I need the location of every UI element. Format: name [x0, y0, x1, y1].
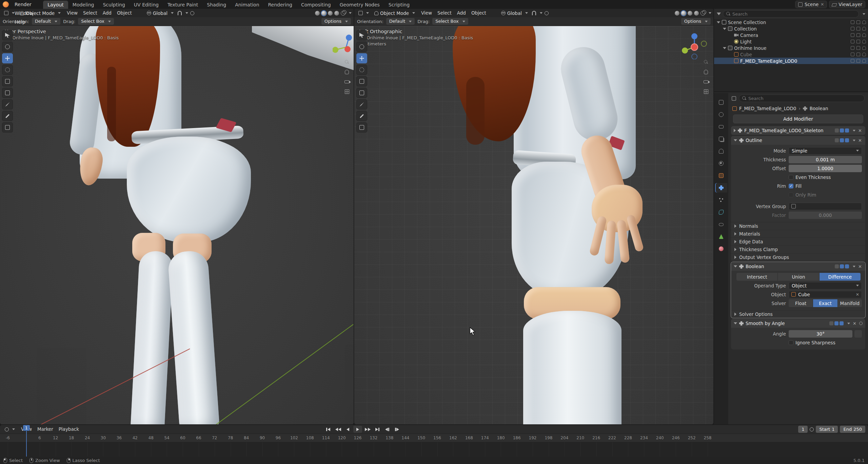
snap-dropdown-icon[interactable] [185, 12, 188, 14]
navigation-gizmo[interactable] [680, 32, 707, 59]
solid-shading-icon[interactable] [321, 11, 326, 16]
transform-orientation-select[interactable]: Global [499, 9, 530, 17]
chevron-down-icon[interactable] [349, 12, 352, 14]
measure-tool[interactable] [356, 111, 367, 121]
snap-magnet-icon[interactable] [532, 11, 536, 15]
outliner-search[interactable] [723, 10, 859, 18]
section-thickness-clamp[interactable]: Thickness Clamp [731, 245, 865, 253]
operand-type-dropdown[interactable]: Object [789, 282, 862, 289]
rendered-shading-icon[interactable] [694, 11, 699, 16]
render-visibility-toggle-icon[interactable] [862, 40, 866, 43]
breadcrumb-object[interactable]: F_MED_TameEagle_LOD0 [739, 106, 796, 111]
selectable-toggle-icon[interactable] [851, 27, 854, 31]
pin-icon[interactable] [859, 322, 863, 325]
zoom-icon[interactable] [343, 59, 350, 65]
viewport-left-menu-add[interactable]: Add [100, 9, 114, 17]
properties-tab-material[interactable] [715, 244, 727, 254]
measure-tool[interactable] [2, 111, 13, 121]
properties-tab-view-layer[interactable] [715, 134, 727, 144]
scale-tool[interactable] [2, 76, 13, 86]
operation-union-button[interactable]: Union [778, 273, 819, 281]
add-cube-tool[interactable] [356, 122, 367, 133]
selectable-toggle-icon[interactable] [851, 40, 854, 43]
disclosure-triangle[interactable] [723, 47, 726, 49]
add-modifier-button[interactable]: Add Modifier [733, 115, 863, 123]
outliner-options-icon[interactable] [863, 13, 865, 15]
rotate-tool[interactable] [356, 65, 367, 75]
modifier-name[interactable]: Outline [746, 138, 833, 143]
selectable-toggle-icon[interactable] [851, 33, 854, 37]
viewport-right-canvas[interactable]: Left Orthographic (1) Orihime Inoue | F_… [354, 26, 713, 424]
viewport-visibility-toggle-icon[interactable] [856, 53, 860, 56]
tweak-select-tool[interactable] [2, 30, 13, 40]
viewport-left-menu-object[interactable]: Object [114, 9, 135, 17]
transform-tool[interactable] [2, 88, 13, 98]
edit-mode-toggle[interactable] [835, 138, 839, 142]
workspace-tab-sculpting[interactable]: Sculpting [98, 1, 129, 9]
viewport-right-menu-select[interactable]: Select [435, 9, 454, 17]
properties-search-input[interactable] [748, 96, 861, 101]
timeline-ruler[interactable]: -661218243036424854606672788490961021081… [0, 434, 868, 442]
blender-logo-icon[interactable] [3, 1, 9, 7]
properties-tab-physics[interactable] [715, 207, 727, 217]
solver-exact-button[interactable]: Exact [813, 299, 837, 307]
camera-view-icon[interactable] [343, 78, 350, 85]
cursor-tool[interactable] [2, 42, 13, 52]
viewport-visibility-toggle-icon[interactable] [856, 46, 860, 50]
timeline-menu-marker[interactable]: Marker [35, 426, 56, 433]
operation-intersect-button[interactable]: Intersect [736, 273, 778, 281]
proportional-editing-icon[interactable] [545, 11, 549, 15]
next-keyframe-button[interactable] [363, 426, 372, 433]
scene-selector[interactable]: Scene ✕ [795, 1, 827, 8]
overlays-icon[interactable] [341, 11, 346, 16]
navigation-gizmo-partial[interactable] [333, 34, 354, 61]
filter-icon[interactable] [717, 13, 721, 15]
render-visibility-toggle-icon[interactable] [862, 20, 866, 24]
zoom-icon[interactable] [703, 59, 709, 65]
workspace-tab-texture-paint[interactable]: Texture Paint [163, 1, 202, 9]
properties-tab-scene[interactable] [715, 146, 727, 156]
overlays-icon[interactable] [701, 11, 705, 16]
delete-modifier-icon[interactable]: ✕ [852, 321, 857, 326]
workspace-tab-rendering[interactable]: Rendering [264, 1, 297, 9]
selectable-toggle-icon[interactable] [851, 59, 854, 63]
transform-orientation-select[interactable]: Global [145, 9, 176, 17]
extras-menu-icon[interactable] [847, 323, 850, 324]
outliner-item-collection[interactable]: Collection [714, 25, 868, 32]
outliner-item-cube[interactable]: Cube [714, 51, 868, 58]
disclosure-triangle[interactable] [717, 21, 720, 23]
workspace-tab-modeling[interactable]: Modeling [68, 1, 99, 9]
start-frame-field[interactable]: Start1 [816, 426, 838, 433]
solver-manifold-button[interactable]: Manifold [838, 299, 862, 307]
realtime-toggle[interactable] [834, 321, 839, 325]
cursor-tool[interactable] [356, 42, 367, 52]
wireframe-shading-icon[interactable] [675, 11, 679, 16]
viewport-visibility-toggle-icon[interactable] [856, 33, 860, 37]
material-shading-icon[interactable] [328, 11, 333, 16]
fill-checkbox[interactable]: ✓ [789, 184, 793, 188]
delete-modifier-icon[interactable]: ✕ [857, 138, 863, 143]
viewport-right-menu-view[interactable]: View [418, 9, 435, 17]
modifier-name[interactable]: Boolean [746, 264, 833, 269]
menu-help[interactable]: Help [11, 18, 37, 26]
snap-dropdown-icon[interactable] [540, 12, 542, 14]
step-back-button[interactable] [383, 426, 392, 433]
rendered-shading-icon[interactable] [334, 11, 339, 16]
ignore-sharpness-checkbox[interactable] [789, 340, 793, 345]
section-edge-data[interactable]: Edge Data [731, 238, 865, 245]
viewlayer-selector[interactable]: ViewLayer [829, 1, 865, 8]
selectable-toggle-icon[interactable] [851, 20, 854, 24]
annotate-tool[interactable] [356, 99, 367, 109]
viewport-visibility-toggle-icon[interactable] [856, 59, 860, 63]
options-button[interactable]: Options [681, 18, 711, 25]
toggle-grid-icon[interactable] [703, 88, 709, 95]
editor-type-icon[interactable] [732, 96, 736, 101]
play-reverse-button[interactable] [343, 426, 352, 433]
delete-modifier-icon[interactable]: ✕ [857, 264, 863, 269]
render-toggle[interactable] [840, 321, 844, 325]
scale-tool[interactable] [356, 76, 367, 86]
add-cube-tool[interactable] [2, 122, 13, 133]
drag-value[interactable]: Select Box [432, 18, 468, 25]
breadcrumb-item[interactable]: Boolean [810, 106, 828, 111]
timeline-menu-playback[interactable]: Playback [56, 426, 82, 433]
